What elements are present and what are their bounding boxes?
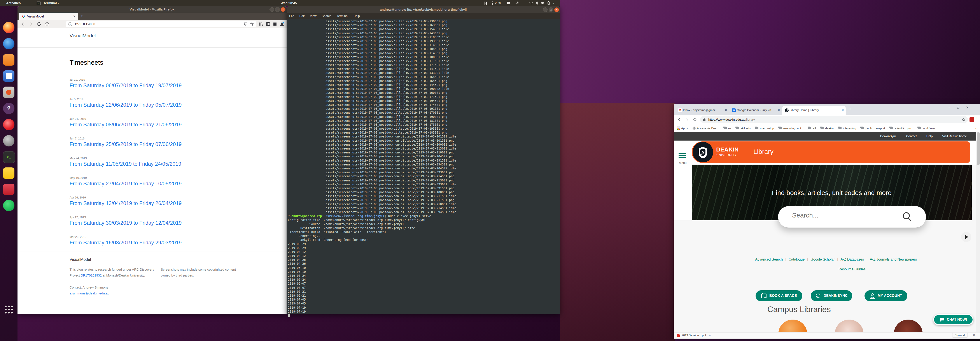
post-link[interactable]: From Saturday 16/03/2019 to Friday 29/03… xyxy=(70,239,181,246)
temperature-indicator-icon[interactable] xyxy=(491,1,493,5)
reload-icon[interactable] xyxy=(692,117,697,122)
bookmarks-overflow-icon[interactable]: » xyxy=(974,126,980,130)
terminal-screen[interactable]: assets/screenshots/2019-07-03_postdoc/bi… xyxy=(286,19,560,314)
top-nav-link[interactable]: Help xyxy=(926,135,933,138)
post-link[interactable]: From Saturday 27/04/2019 to Friday 10/05… xyxy=(70,181,181,187)
bookmark-access-via[interactable]: Access via Dea... xyxy=(692,127,719,130)
post-link[interactable]: From Saturday 13/04/2019 to Friday 26/04… xyxy=(70,200,181,206)
quick-link[interactable]: A-Z Journals and Newspapers xyxy=(870,257,923,262)
quick-link[interactable]: Advanced Search xyxy=(755,257,789,262)
home-icon[interactable] xyxy=(45,22,49,27)
resource-guides-link[interactable]: Resource Guides xyxy=(778,267,926,271)
tab-calendar[interactable]: 31 Google Calendar - July 20 ✕ xyxy=(729,106,782,115)
bookmark-folder[interactable]: workflows xyxy=(918,127,935,130)
bookmark-folder[interactable]: scientific_pro... xyxy=(890,127,913,130)
download-caret-icon[interactable]: ˄ xyxy=(709,333,711,336)
firefox-menu-icon[interactable] xyxy=(280,22,284,26)
grant-link[interactable]: DP170101932 xyxy=(81,273,102,277)
top-nav-link[interactable]: Contact xyxy=(906,135,916,138)
top-nav-link[interactable]: DeakinSync xyxy=(880,135,897,138)
tab-gmail[interactable]: M Inbox - anjsimmo@gmail. ✕ xyxy=(676,106,729,115)
deakin-logo[interactable] xyxy=(692,142,713,162)
post-link[interactable]: From Saturday 25/05/2019 to Friday 07/06… xyxy=(70,141,181,148)
close-button[interactable]: × xyxy=(281,7,285,12)
tab-library-active[interactable]: Library Home | Library ✕ xyxy=(782,106,846,115)
close-button[interactable]: × xyxy=(554,8,559,12)
dock-icon-gimp[interactable] xyxy=(3,135,14,146)
tab-close-icon[interactable]: ✕ xyxy=(842,108,844,112)
new-tab-button[interactable]: + xyxy=(849,107,851,111)
bookmark-folder[interactable]: deakin xyxy=(821,127,834,130)
bookmark-folder[interactable]: executing_not... xyxy=(779,127,803,130)
focused-app-menu[interactable]: >_ Terminal ▾ xyxy=(37,1,59,6)
back-icon[interactable] xyxy=(21,22,26,27)
notes-indicator-icon[interactable] xyxy=(507,1,511,5)
hamburger-menu-icon[interactable] xyxy=(679,153,686,158)
page-actions-icon[interactable]: ··· xyxy=(237,21,242,27)
forward-icon[interactable] xyxy=(29,22,34,27)
forward-icon[interactable] xyxy=(685,117,689,122)
clock[interactable]: Wed 20:45 xyxy=(271,1,306,5)
quick-link[interactable]: A-Z Databases xyxy=(841,257,870,262)
dock-icon-libreoffice-writer[interactable] xyxy=(3,70,14,82)
volume-icon[interactable] xyxy=(541,2,544,5)
maximize-button[interactable]: □ xyxy=(275,7,280,12)
omnibox[interactable]: https://www.deakin.edu.au/library xyxy=(700,116,968,123)
dock-icon-utility[interactable] xyxy=(3,184,14,195)
tab-close-icon[interactable]: ✕ xyxy=(778,108,780,112)
bluetooth-icon[interactable] xyxy=(536,1,538,5)
menu-edit[interactable]: Edit xyxy=(299,14,305,18)
close-button[interactable]: ✕ xyxy=(966,106,969,109)
wifi-icon[interactable] xyxy=(530,2,533,5)
download-bar-close-icon[interactable]: ✕ xyxy=(973,333,975,337)
bookmark-star-icon[interactable] xyxy=(250,22,253,26)
dock-icon-rhythmbox[interactable] xyxy=(3,119,14,130)
post-link[interactable]: From Saturday 22/06/2019 to Friday 05/07… xyxy=(70,102,181,108)
extensions-icon[interactable] xyxy=(272,22,277,27)
dock-icon-spotify[interactable] xyxy=(3,200,14,211)
maximize-button[interactable]: □ xyxy=(549,8,553,12)
new-tab-button[interactable]: + xyxy=(81,14,83,19)
scrollbar[interactable] xyxy=(976,132,980,332)
app-indicator-icon[interactable] xyxy=(484,1,487,5)
bookmark-folder[interactable]: os xyxy=(724,127,731,130)
maximize-button[interactable]: □ xyxy=(957,106,959,109)
tab-visualmodel[interactable]: VisualModel ✕ xyxy=(19,13,78,20)
info-icon[interactable]: i xyxy=(68,22,72,26)
search-input[interactable] xyxy=(792,211,893,219)
footer-email-link[interactable]: a.simmons@deakin.edu.au xyxy=(70,290,110,296)
play-button[interactable] xyxy=(961,232,971,242)
quick-link[interactable]: Google Scholar xyxy=(810,257,840,262)
system-menu-chevron-icon[interactable]: ▾ xyxy=(553,1,554,5)
tab-close-icon[interactable]: ✕ xyxy=(73,15,76,18)
quick-link[interactable]: Catalogue xyxy=(789,257,810,262)
bookmark-folder[interactable]: afl xyxy=(808,127,816,130)
menu-help[interactable]: Help xyxy=(353,14,360,18)
post-link[interactable]: From Saturday 06/07/2019 to Friday 19/07… xyxy=(70,82,181,89)
show-all-button[interactable]: Show all xyxy=(952,333,968,338)
dock-icon-firefox[interactable] xyxy=(3,22,14,33)
tab-close-icon[interactable]: ✕ xyxy=(725,108,727,112)
bookmark-folder[interactable]: public transport xyxy=(861,127,885,130)
minimize-button[interactable]: – xyxy=(543,8,547,12)
dock-icon-thunderbird[interactable] xyxy=(3,38,14,49)
dock-icon-terminal[interactable]: >_ xyxy=(3,151,15,163)
post-link[interactable]: From Saturday 08/06/2019 to Friday 21/06… xyxy=(70,122,181,128)
dock-icon-notes[interactable] xyxy=(3,167,14,179)
search-icon[interactable] xyxy=(902,211,913,223)
dock-icon-files[interactable] xyxy=(3,54,14,65)
slack-indicator-icon[interactable] xyxy=(515,1,519,5)
scrollbar-thumb[interactable] xyxy=(977,132,980,165)
post-link[interactable]: From Saturday 11/05/2019 to Friday 24/05… xyxy=(70,161,181,167)
menu-file[interactable]: File xyxy=(289,14,294,18)
kebab-menu-icon[interactable]: ⋮ xyxy=(975,116,979,121)
book-a-space-button[interactable]: BOOK A SPACE xyxy=(756,290,802,301)
dock-icon-show-applications[interactable] xyxy=(3,304,14,315)
menu-label[interactable]: Menu xyxy=(674,161,692,165)
post-link[interactable]: From Saturday 30/03/2019 to Friday 12/04… xyxy=(70,220,181,226)
menu-view[interactable]: View xyxy=(310,14,317,18)
deakinsync-button[interactable]: DEAKINSYNC xyxy=(811,290,852,301)
sidebar-icon[interactable] xyxy=(266,22,270,27)
bookmark-star-icon[interactable] xyxy=(962,118,965,121)
dock-icon-ubuntu-software[interactable] xyxy=(3,87,14,98)
